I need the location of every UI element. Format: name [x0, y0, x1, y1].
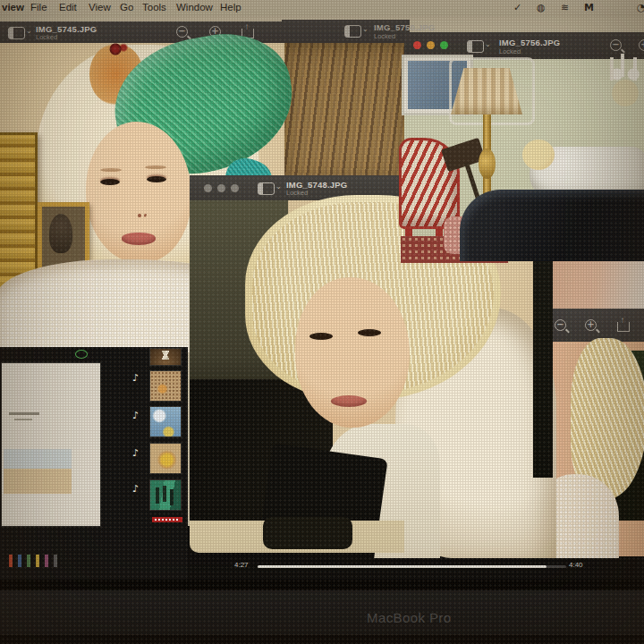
menu-bar: view File Edit View Go Tools Window Help… [0, 0, 644, 17]
window-lock-status: Locked [286, 189, 308, 197]
chevron-down-icon[interactable]: ⌄ [485, 40, 491, 48]
window-toolbar[interactable]: − + [538, 309, 644, 342]
lines-icon[interactable]: ≋ [561, 2, 569, 13]
desk-shadow [0, 635, 644, 644]
total-time: 4:40 [569, 561, 583, 569]
zoom-out-icon[interactable]: − [555, 319, 566, 331]
music-note-icon: ♪ [132, 447, 145, 459]
menu-item-preview[interactable]: view [2, 2, 24, 13]
chevron-down-icon[interactable]: ⌄ [362, 25, 369, 33]
photo-bottom-margin [190, 521, 404, 553]
sidebar-toggle-icon[interactable] [258, 182, 275, 195]
laptop-bezel: MacBook Pro [0, 590, 644, 635]
window-titlebar[interactable]: ⌄ IMG_5750.JPG Locked [282, 20, 410, 43]
menu-item-window[interactable]: Window [176, 2, 213, 13]
nose [136, 211, 147, 218]
music-note-icon: ♪ [132, 372, 145, 384]
album-cover-people [9, 555, 66, 567]
preview-window-img5756: ⌄ IMG_5756.JPG Locked − + [404, 32, 644, 259]
wall-sconce [605, 55, 644, 118]
menu-item-go[interactable]: Go [120, 2, 133, 13]
minimize-button[interactable] [427, 41, 435, 49]
menu-item-edit[interactable]: Edit [59, 2, 77, 13]
zoom-in-icon[interactable]: + [639, 39, 644, 51]
brow [145, 165, 166, 169]
photo-hair-closeup [282, 43, 410, 183]
progress-fill [258, 565, 547, 568]
album-cover-photo [4, 449, 72, 494]
elapsed-time: 4:27 [234, 561, 249, 569]
screen-bottom-edge [0, 580, 644, 590]
menu-item-help[interactable]: Help [220, 2, 242, 13]
sidebar-toggle-icon[interactable] [344, 25, 361, 38]
explicit-red-tag [152, 517, 182, 522]
photographed-macbook-screen: view File Edit View Go Tools Window Help… [0, 0, 644, 644]
share-icon[interactable] [617, 322, 630, 332]
lips [331, 395, 367, 407]
badge-icon[interactable]: ◍ [537, 2, 546, 13]
sidebar-toggle-icon[interactable] [467, 40, 484, 53]
zoom-out-icon[interactable]: − [610, 39, 622, 51]
lips [122, 233, 156, 245]
close-button[interactable] [413, 41, 421, 49]
window-gap-shadow [533, 252, 553, 478]
music-app-sidebar: ♪ ♪ ♪ ♪ [0, 347, 188, 581]
brow [100, 168, 122, 172]
partial-icon[interactable]: ◔ [637, 2, 644, 13]
fullscreen-button[interactable] [440, 41, 448, 49]
green-status-icon [75, 350, 88, 359]
music-note-icon: ♪ [132, 483, 145, 495]
music-note-icon: ♪ [132, 410, 145, 421]
sidebar-toggle-icon[interactable] [8, 27, 25, 39]
shield-check-icon[interactable]: ✓ [513, 2, 521, 13]
track-thumbnail[interactable] [150, 444, 181, 473]
zoom-out-icon[interactable]: − [176, 26, 188, 38]
eye [100, 179, 120, 185]
fullscreen-button[interactable] [231, 184, 239, 192]
menu-item-file[interactable]: File [30, 2, 47, 13]
track-thumbnail[interactable] [150, 480, 181, 510]
track-thumbnail[interactable] [150, 407, 181, 436]
eye [358, 329, 381, 336]
window-lock-status: Locked [374, 32, 395, 40]
close-button[interactable] [204, 184, 212, 192]
progress-bar[interactable] [258, 565, 566, 568]
album-title-text [9, 412, 39, 415]
preview-window-img5750: ⌄ IMG_5750.JPG Locked [282, 20, 410, 183]
menu-item-tools[interactable]: Tools [142, 2, 166, 13]
zoom-in-icon[interactable]: + [585, 319, 597, 331]
track-thumbnail[interactable] [150, 349, 181, 365]
photo-background-strip [537, 255, 644, 310]
album-art[interactable] [2, 363, 100, 526]
window-title: IMG_5756.JPG [499, 38, 560, 47]
menu-item-view[interactable]: View [89, 2, 111, 13]
blonde-head [522, 140, 555, 170]
window-lock-status: Locked [499, 47, 521, 55]
red-berries [107, 41, 131, 57]
album-subtitle-text [14, 419, 32, 420]
photo-vintage-room [404, 59, 644, 259]
window-lock-status: Locked [36, 33, 57, 41]
chevron-down-icon[interactable]: ⌄ [26, 27, 32, 35]
eye [147, 176, 166, 182]
grand-piano [460, 190, 644, 261]
m-logo-icon[interactable]: M [584, 2, 594, 13]
eye [309, 333, 333, 340]
device-label: MacBook Pro [367, 610, 451, 625]
track-thumbnail[interactable] [150, 371, 181, 401]
window-title: IMG_5750.JPG [374, 22, 435, 32]
minimize-button[interactable] [217, 184, 225, 192]
chevron-down-icon[interactable]: ⌄ [275, 182, 282, 191]
